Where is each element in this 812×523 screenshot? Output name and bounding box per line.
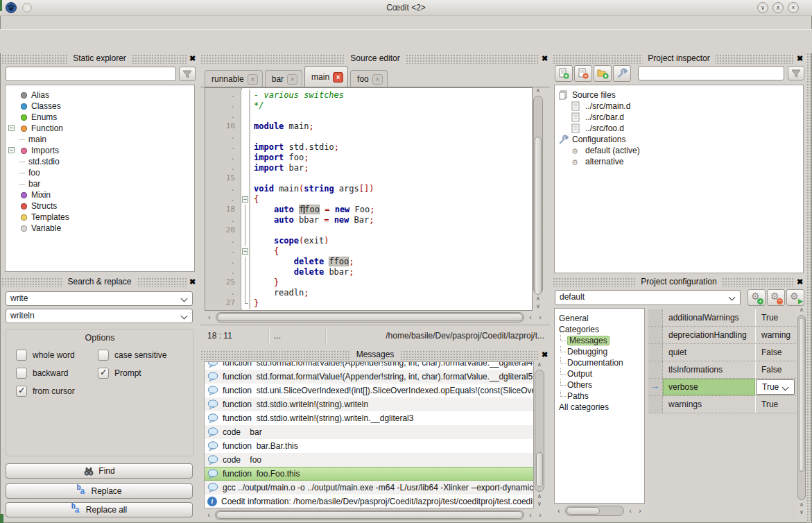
checkbox-icon[interactable]: [98, 368, 109, 379]
scroll-up-icon[interactable]: ∧: [533, 295, 544, 303]
scroll-right-icon[interactable]: ›: [635, 507, 645, 515]
tree-item[interactable]: Enums: [6, 112, 194, 123]
editor-horizontal-scrollbar[interactable]: ‹ ‹ ›: [205, 311, 545, 323]
editor-tab[interactable]: main ×: [304, 66, 348, 87]
code-line[interactable]: . scope(exit): [205, 236, 532, 246]
tree-item[interactable]: Alias: [6, 89, 194, 101]
rollup-down-icon[interactable]: ∨: [757, 2, 768, 13]
code-line[interactable]: .- various switches: [205, 90, 532, 101]
configuration-combobox[interactable]: default: [555, 290, 741, 305]
code-line[interactable]: 20: [205, 225, 532, 236]
property-value[interactable]: True: [756, 309, 796, 326]
panel-header[interactable]: Project inspector ✖: [553, 54, 805, 64]
search-combobox[interactable]: write: [6, 291, 193, 306]
option-checkbox[interactable]: Prompt: [98, 367, 166, 379]
scroll-left-icon[interactable]: ‹: [205, 314, 214, 321]
scroll-down-icon[interactable]: ∨: [534, 501, 545, 508]
scroll-thumb[interactable]: [535, 137, 542, 295]
scroll-left-icon[interactable]: ‹: [526, 511, 535, 519]
property-row[interactable]: → quiet False: [648, 344, 796, 361]
menu-item[interactable]: [31, 16, 46, 29]
panel-header[interactable]: Project configuration ✖: [553, 277, 805, 287]
category-item[interactable]: Categories: [555, 324, 644, 335]
option-checkbox[interactable]: case sensitive: [98, 349, 166, 361]
project-tree-item[interactable]: ⚙ Source files: [555, 89, 803, 101]
property-value[interactable]: warning: [756, 327, 796, 343]
scroll-left-icon[interactable]: ‹: [625, 507, 635, 515]
code-area[interactable]: .- various switches.*/.10module main;..i…: [205, 87, 533, 311]
scroll-thumb[interactable]: [216, 511, 523, 519]
category-item[interactable]: Messages: [555, 335, 644, 346]
editor-vertical-scrollbar[interactable]: ∧ ∧∨: [533, 87, 544, 311]
scroll-left-icon[interactable]: ‹: [204, 511, 214, 519]
collapse-expander-icon[interactable]: [8, 147, 15, 153]
title-bar[interactable]: Cœdit <2> ∨ ∧ ×: [0, 0, 812, 16]
code-line[interactable]: .: [205, 111, 532, 121]
property-row[interactable]: → warnings True: [648, 396, 796, 413]
scroll-left-icon[interactable]: ‹: [554, 507, 564, 515]
collapse-expander-icon[interactable]: [8, 125, 15, 131]
project-tree-item[interactable]: ⚙ Configurations: [555, 134, 803, 145]
editor-tab[interactable]: runnable ×: [205, 70, 263, 87]
find-button[interactable]: Find: [6, 463, 193, 479]
category-horizontal-scrollbar[interactable]: ‹ ‹ ›: [554, 505, 645, 517]
category-item[interactable]: Others: [555, 379, 644, 391]
scroll-up-icon[interactable]: ∧: [797, 307, 806, 314]
checkbox-icon[interactable]: [98, 350, 109, 361]
scroll-down-icon[interactable]: ∨: [797, 509, 806, 517]
close-icon[interactable]: ×: [788, 2, 799, 13]
tree-item[interactable]: std.stdio: [6, 156, 194, 167]
panel-header[interactable]: Messages ✖: [200, 350, 550, 360]
code-line[interactable]: .{: [205, 194, 532, 205]
category-item[interactable]: General: [555, 313, 644, 324]
project-tree-item[interactable]: ⚙ alternative: [555, 156, 803, 167]
scroll-left-icon[interactable]: ‹: [526, 314, 535, 321]
option-checkbox[interactable]: backward: [16, 367, 98, 379]
code-line[interactable]: .import std.stdio;: [205, 142, 532, 153]
option-checkbox[interactable]: from cursor: [16, 385, 98, 397]
property-value[interactable]: True: [756, 396, 796, 413]
panel-header[interactable]: Source editor ✖: [200, 54, 550, 64]
scroll-down-icon[interactable]: ∨: [533, 303, 544, 311]
code-line[interactable]: 10module main;: [205, 121, 532, 132]
property-row[interactable]: → additionalWarnings True: [648, 309, 796, 327]
menu-item[interactable]: [0, 16, 15, 29]
code-line[interactable]: . auto bbar = new Bar;: [205, 215, 532, 225]
editor-tab[interactable]: foo ×: [350, 70, 388, 87]
replace-button[interactable]: ba Replace: [6, 483, 193, 499]
panel-header[interactable]: Static explorer ✖: [1, 54, 198, 64]
panel-header[interactable]: Search & replace ✖: [1, 277, 198, 287]
option-checkbox[interactable]: whole word: [16, 349, 98, 361]
symbol-filter-input[interactable]: [6, 67, 176, 81]
scroll-thumb[interactable]: [567, 507, 600, 515]
panel-close-icon[interactable]: ✖: [539, 350, 550, 360]
message-row[interactable]: i gcc ../output/main.o -o ../output/main…: [205, 481, 533, 495]
scroll-thumb[interactable]: [799, 318, 804, 472]
tree-item[interactable]: main: [6, 134, 194, 145]
tab-close-icon[interactable]: ×: [372, 74, 383, 85]
tree-item[interactable]: Imports: [6, 145, 194, 156]
add-folder-button[interactable]: [594, 65, 612, 82]
panel-close-icon[interactable]: ✖: [539, 53, 550, 64]
code-line[interactable]: 18 auto ffoo = new Foo;: [205, 205, 532, 215]
message-row[interactable]: i function std.uni.SliceOverIndexed!(int…: [205, 384, 533, 397]
replace-all-button[interactable]: ba Replace all: [6, 502, 193, 517]
project-tree-item[interactable]: ⚙ ../src/foo.d: [555, 123, 803, 134]
message-row[interactable]: i function std.stdio.writeln!(string).wr…: [205, 397, 533, 411]
panel-close-icon[interactable]: ✖: [187, 53, 198, 64]
dock-splitter[interactable]: [806, 53, 812, 523]
code-line[interactable]: . delete ffoo;: [205, 257, 532, 267]
panel-close-icon[interactable]: ✖: [795, 277, 805, 287]
message-row[interactable]: i code foo: [205, 453, 533, 467]
property-row[interactable]: → verbose True: [648, 379, 796, 396]
property-value[interactable]: False: [756, 361, 796, 378]
scroll-right-icon[interactable]: ›: [535, 314, 545, 321]
code-line[interactable]: .*/: [205, 101, 532, 111]
tree-item[interactable]: Structs: [6, 200, 194, 212]
property-value[interactable]: False: [756, 344, 796, 361]
category-item[interactable]: All categories: [555, 402, 644, 413]
message-row[interactable]: i function bar.Bar.this: [205, 439, 533, 453]
tree-item[interactable]: Classes: [6, 101, 194, 112]
remove-source-button[interactable]: [574, 65, 592, 82]
code-line[interactable]: . readln;: [205, 288, 532, 298]
